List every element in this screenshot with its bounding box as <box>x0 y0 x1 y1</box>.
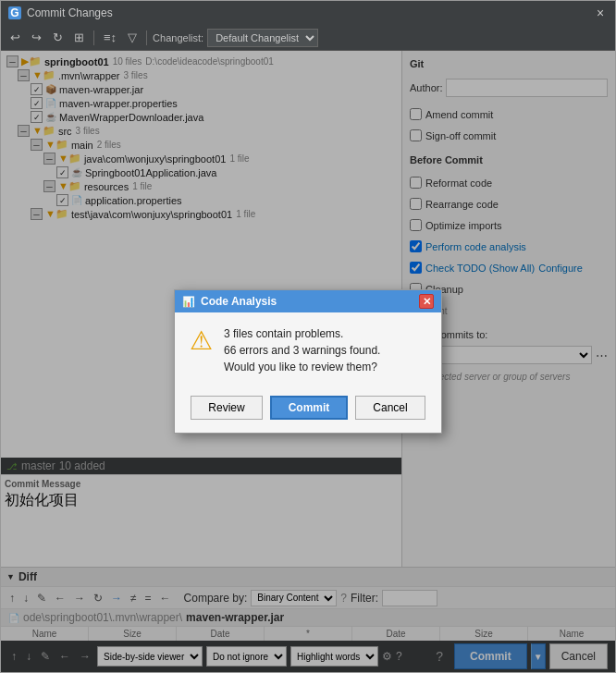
close-button[interactable]: × <box>593 6 608 20</box>
forward-btn[interactable]: ↪ <box>28 29 45 46</box>
modal-close-btn[interactable]: ✕ <box>419 294 434 309</box>
modal-title-bar: 📊 Code Analysis ✕ <box>175 290 441 312</box>
separator-1 <box>93 31 94 45</box>
sort-btn[interactable]: ≡↕ <box>100 29 120 46</box>
code-analysis-dialog: 📊 Code Analysis ✕ ⚠ 3 files contain prob… <box>174 289 442 434</box>
modal-message: 3 files contain problems. 66 errors and … <box>224 325 380 375</box>
modal-body: ⚠ 3 files contain problems. 66 errors an… <box>175 312 441 388</box>
modal-commit-button[interactable]: Commit <box>270 396 349 420</box>
review-button[interactable]: Review <box>191 396 262 420</box>
modal-cancel-button[interactable]: Cancel <box>355 396 425 420</box>
filter-btn[interactable]: ▽ <box>124 29 141 46</box>
window-icon: G <box>8 6 21 19</box>
back-btn[interactable]: ↩ <box>6 29 24 46</box>
main-toolbar: ↩ ↪ ↻ ⊞ ≡↕ ▽ Changelist: Default Changel… <box>1 25 615 51</box>
refresh-btn[interactable]: ↻ <box>49 29 67 46</box>
modal-buttons: Review Commit Cancel <box>175 388 441 433</box>
modal-line2: 66 errors and 3 warnings found. <box>224 342 380 359</box>
modal-overlay: 📊 Code Analysis ✕ ⚠ 3 files contain prob… <box>1 51 615 672</box>
modal-line1: 3 files contain problems. <box>224 325 380 342</box>
warning-icon: ⚠ <box>190 325 213 356</box>
modal-icon: 📊 <box>182 296 195 308</box>
separator-2 <box>146 31 147 45</box>
title-bar: G Commit Changes × <box>1 1 615 25</box>
modal-title: Code Analysis <box>201 295 277 308</box>
group-btn[interactable]: ⊞ <box>70 29 88 46</box>
main-window: G Commit Changes × ↩ ↪ ↻ ⊞ ≡↕ ▽ Changeli… <box>0 0 616 673</box>
window-title: Commit Changes <box>27 6 113 19</box>
changelist-dropdown[interactable]: Default Changelist <box>207 29 318 47</box>
window-content: ─ ▶📁 springboot01 10 files D:\code\ideac… <box>1 51 615 672</box>
modal-line3: Would you like to review them? <box>224 359 380 375</box>
changelist-label: Changelist: <box>153 32 203 43</box>
